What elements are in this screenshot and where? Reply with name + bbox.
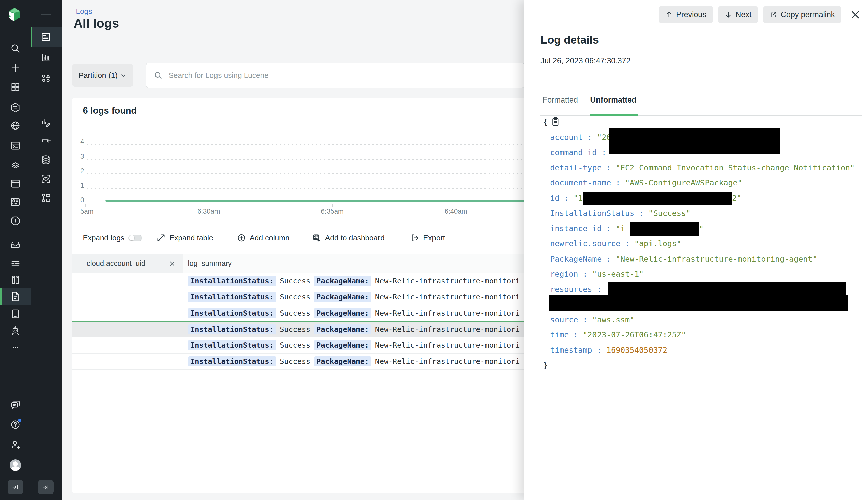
json-colon: : <box>620 239 634 248</box>
log-value: Success <box>280 309 310 317</box>
remove-column-icon[interactable] <box>169 260 175 267</box>
chevron-down-icon <box>120 72 127 79</box>
mobile-device-icon[interactable] <box>10 308 21 319</box>
browser-window-icon[interactable] <box>10 178 21 189</box>
log-value: New-Relic-infrastructure-monitori <box>375 277 520 285</box>
help-icon[interactable] <box>10 419 21 430</box>
redaction-box-resources-2 <box>549 295 848 310</box>
collapse-primary-nav-button[interactable] <box>8 480 23 495</box>
cell-log-summary: InstallationStatus:SuccessPackageName:Ne… <box>188 305 524 321</box>
log-lines-icon[interactable] <box>10 257 21 268</box>
add-icon[interactable] <box>10 62 21 73</box>
json-colon: : <box>592 345 606 354</box>
search-icon[interactable] <box>10 43 21 54</box>
bar-chart-icon[interactable] <box>41 52 51 63</box>
tag-band-icon[interactable] <box>41 136 51 146</box>
avatar-body <box>11 466 20 471</box>
apps-grid-icon[interactable] <box>10 82 21 92</box>
secondary-bottom-divider <box>31 475 61 475</box>
hexagon-list-icon[interactable] <box>10 102 21 113</box>
cell-log-summary: InstallationStatus:SuccessPackageName:Ne… <box>188 353 524 369</box>
x-axis-label: 6:30am <box>197 207 220 215</box>
dashboard-plus-icon <box>312 234 321 242</box>
table-row[interactable]: InstallationStatus:SuccessPackageName:Ne… <box>72 353 524 370</box>
logs-file-icon[interactable] <box>10 291 21 302</box>
toggle-knob <box>129 235 134 240</box>
avatar[interactable] <box>10 459 21 471</box>
previous-button[interactable]: Previous <box>659 6 713 23</box>
json-value: "api.logs" <box>634 239 681 248</box>
search-input[interactable] <box>168 71 517 80</box>
json-value: "New-Relic-infrastructure-monitoring-age… <box>616 254 817 263</box>
dashboard-icon[interactable] <box>10 197 21 207</box>
table-row[interactable]: InstallationStatus:SuccessPackageName:Ne… <box>72 289 524 305</box>
json-open-brace: { <box>543 114 865 130</box>
search-box[interactable] <box>146 62 524 88</box>
copy-permalink-button[interactable]: Copy permalink <box>763 6 841 23</box>
add-column-button[interactable]: Add column <box>237 232 289 243</box>
breadcrumb[interactable]: Logs <box>76 7 92 15</box>
add-user-icon[interactable] <box>10 440 21 450</box>
cell-account-uid <box>72 338 183 353</box>
json-colon: : <box>592 285 602 294</box>
partition-dropdown[interactable]: Partition (1) <box>72 64 133 87</box>
json-value: " <box>699 224 704 233</box>
close-icon <box>850 9 861 20</box>
export-button[interactable]: Export <box>410 232 445 243</box>
column-header-log-summary[interactable]: log_summary <box>183 254 524 273</box>
all-logs-article-icon[interactable] <box>41 32 51 42</box>
json-colon: : <box>602 163 616 172</box>
tab-formatted[interactable]: Formatted <box>543 95 578 104</box>
columns-icon[interactable] <box>10 275 21 285</box>
x-axis-label: 5am <box>80 207 94 215</box>
help-notification-dot <box>18 419 21 422</box>
eye-scan-icon[interactable] <box>41 174 51 184</box>
expand-logs-toggle[interactable] <box>128 235 142 241</box>
json-value: "i- <box>616 224 630 233</box>
chart-edit-icon[interactable] <box>41 117 51 128</box>
table-row[interactable]: InstallationStatus:SuccessPackageName:Ne… <box>72 338 524 353</box>
database-icon[interactable] <box>41 155 51 165</box>
table-row[interactable]: InstallationStatus:SuccessPackageName:Ne… <box>72 273 524 289</box>
add-to-dashboard-button[interactable]: Add to dashboard <box>312 232 384 243</box>
panel-actions: Previous Next Copy permalink <box>659 6 841 23</box>
json-line: region : "us-east-1" <box>543 266 865 282</box>
collapse-secondary-nav-button[interactable] <box>38 480 54 495</box>
close-button[interactable] <box>849 8 862 21</box>
cell-log-summary: InstallationStatus:SuccessPackageName:Ne… <box>188 289 524 305</box>
bot-icon[interactable] <box>10 326 21 336</box>
log-details-panel: Previous Next Copy permalink Log details… <box>524 0 868 500</box>
table-row[interactable]: InstallationStatus:SuccessPackageName:Ne… <box>72 321 524 338</box>
more-ellipsis-icon[interactable] <box>10 344 21 351</box>
globe-icon[interactable] <box>10 120 21 131</box>
log-value: Success <box>280 341 310 350</box>
json-key: account <box>550 133 583 142</box>
json-value: "2023-07-26T06:47:25Z" <box>583 330 686 339</box>
expand-table-button[interactable]: Expand table <box>157 232 213 243</box>
json-value: 1690354050372 <box>606 345 667 354</box>
layers-icon[interactable] <box>10 160 21 171</box>
log-key-chip: InstallationStatus: <box>188 356 276 366</box>
shapes-icon[interactable] <box>41 73 51 83</box>
next-button[interactable]: Next <box>718 6 758 23</box>
json-value: "Success" <box>648 208 691 218</box>
table-row[interactable]: InstallationStatus:SuccessPackageName:Ne… <box>72 305 524 321</box>
column-label: cloud.account_uid <box>86 259 146 268</box>
export-label: Export <box>423 234 445 242</box>
log-key-chip: PackageName: <box>314 276 372 286</box>
x-axis-tick <box>456 204 456 207</box>
json-key: instance-id <box>550 224 602 233</box>
inbox-icon[interactable] <box>10 239 21 250</box>
logs-count: 6 logs found <box>83 105 137 116</box>
json-key: timestamp <box>550 345 592 354</box>
chat-icon[interactable] <box>10 399 21 410</box>
new-relic-logo-icon[interactable] <box>7 7 22 22</box>
page-title: All logs <box>73 16 119 31</box>
terminal-icon[interactable] <box>10 140 21 151</box>
column-header-account-uid[interactable]: cloud.account_uid <box>72 254 183 273</box>
copy-json-icon[interactable] <box>551 120 560 128</box>
tab-unformatted[interactable]: Unformatted <box>590 95 636 104</box>
workflow-icon[interactable] <box>41 193 51 203</box>
json-key: InstallationStatus <box>550 208 634 218</box>
alert-octagon-icon[interactable] <box>10 216 21 226</box>
